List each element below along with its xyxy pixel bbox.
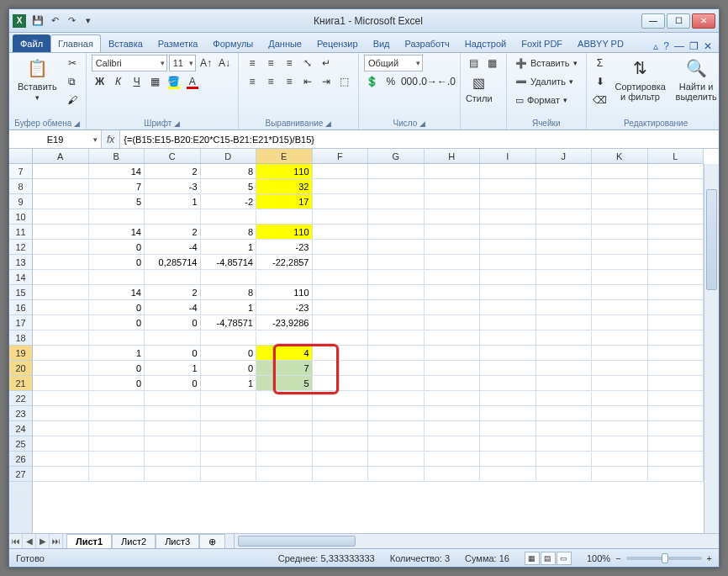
cell-B18[interactable] bbox=[89, 330, 145, 346]
vertical-scroll-thumb[interactable] bbox=[706, 189, 717, 290]
cell-F21[interactable] bbox=[313, 376, 369, 391]
cells-area[interactable]: 14281107-353251-21714281100-41-2300,2857… bbox=[33, 164, 704, 533]
cell-G23[interactable] bbox=[368, 406, 425, 421]
cell-A10[interactable] bbox=[33, 209, 89, 225]
alignment-dialog-launcher[interactable]: ◢ bbox=[325, 119, 331, 128]
cell-F25[interactable] bbox=[313, 436, 369, 452]
cell-G8[interactable] bbox=[368, 179, 425, 194]
cell-F10[interactable] bbox=[313, 209, 369, 225]
cell-K18[interactable] bbox=[592, 330, 648, 346]
sheet-prev-icon[interactable]: ◀ bbox=[23, 534, 36, 548]
row-header-15[interactable]: 15 bbox=[9, 285, 32, 300]
cell-A25[interactable] bbox=[33, 436, 89, 452]
doc-restore-button[interactable]: ❐ bbox=[689, 40, 699, 52]
row-header-20[interactable]: 20 bbox=[9, 361, 32, 376]
cell-K22[interactable] bbox=[592, 391, 648, 406]
cell-B12[interactable]: 0 bbox=[89, 240, 145, 255]
cell-H12[interactable] bbox=[425, 240, 481, 255]
cell-L26[interactable] bbox=[648, 452, 704, 467]
cell-K13[interactable] bbox=[592, 255, 648, 270]
align-middle-icon[interactable]: ≡ bbox=[262, 55, 279, 71]
new-sheet-button[interactable]: ⊕ bbox=[199, 534, 225, 549]
cell-D22[interactable] bbox=[201, 391, 257, 406]
cell-A13[interactable] bbox=[33, 255, 89, 270]
cell-L10[interactable] bbox=[648, 209, 704, 225]
cell-J22[interactable] bbox=[536, 391, 593, 406]
cell-I24[interactable] bbox=[480, 421, 536, 436]
cell-E24[interactable] bbox=[256, 421, 313, 436]
cell-H18[interactable] bbox=[425, 330, 481, 346]
cell-F27[interactable] bbox=[313, 467, 369, 482]
cell-K12[interactable] bbox=[592, 240, 648, 255]
cell-K23[interactable] bbox=[592, 406, 648, 421]
cell-L7[interactable] bbox=[648, 164, 704, 179]
cell-H20[interactable] bbox=[425, 361, 481, 376]
cell-C20[interactable]: 1 bbox=[145, 361, 201, 376]
number-format-combo[interactable]: Общий bbox=[364, 55, 423, 71]
tab-главная[interactable]: Главная bbox=[50, 34, 101, 52]
cell-J17[interactable] bbox=[536, 315, 593, 330]
align-top-icon[interactable]: ≡ bbox=[244, 55, 261, 71]
cell-A11[interactable] bbox=[33, 225, 89, 240]
font-color-button[interactable]: A bbox=[184, 73, 201, 90]
cell-G12[interactable] bbox=[368, 240, 425, 255]
cell-A23[interactable] bbox=[33, 406, 89, 421]
align-bottom-icon[interactable]: ≡ bbox=[281, 55, 298, 71]
tab-рецензир[interactable]: Рецензир bbox=[309, 34, 366, 52]
row-header-16[interactable]: 16 bbox=[9, 300, 32, 315]
cell-J10[interactable] bbox=[536, 209, 593, 225]
view-normal-icon[interactable]: ▦ bbox=[525, 552, 540, 565]
cell-L8[interactable] bbox=[648, 179, 704, 194]
col-header-L[interactable]: L bbox=[648, 149, 704, 163]
row-header-18[interactable]: 18 bbox=[9, 330, 32, 346]
cell-A15[interactable] bbox=[33, 285, 89, 300]
cell-K10[interactable] bbox=[592, 209, 648, 225]
cell-J13[interactable] bbox=[536, 255, 593, 270]
tab-надстрой[interactable]: Надстрой bbox=[457, 34, 514, 52]
cell-G21[interactable] bbox=[368, 376, 425, 391]
cell-B22[interactable] bbox=[89, 391, 145, 406]
select-all-corner[interactable] bbox=[9, 149, 33, 164]
cell-G26[interactable] bbox=[368, 452, 425, 467]
cell-G10[interactable] bbox=[368, 209, 425, 225]
cell-K15[interactable] bbox=[592, 285, 648, 300]
cell-F12[interactable] bbox=[313, 240, 369, 255]
cell-F19[interactable] bbox=[313, 346, 369, 361]
row-header-7[interactable]: 7 bbox=[9, 164, 32, 179]
cell-B15[interactable]: 14 bbox=[89, 285, 145, 300]
cell-L22[interactable] bbox=[648, 391, 704, 406]
row-header-24[interactable]: 24 bbox=[9, 421, 32, 436]
row-header-22[interactable]: 22 bbox=[9, 391, 32, 406]
cell-J19[interactable] bbox=[536, 346, 593, 361]
cell-D15[interactable]: 8 bbox=[201, 285, 257, 300]
cell-H21[interactable] bbox=[425, 376, 481, 391]
undo-icon[interactable]: ↶ bbox=[48, 14, 61, 28]
row-header-12[interactable]: 12 bbox=[9, 240, 32, 255]
cell-B9[interactable]: 5 bbox=[89, 194, 145, 209]
autosum-icon[interactable]: Σ bbox=[592, 55, 609, 71]
cell-B19[interactable]: 1 bbox=[89, 346, 145, 361]
cell-E26[interactable] bbox=[256, 452, 313, 467]
cell-B20[interactable]: 0 bbox=[89, 361, 145, 376]
cell-C26[interactable] bbox=[145, 452, 201, 467]
col-header-F[interactable]: F bbox=[313, 149, 369, 163]
cell-B21[interactable]: 0 bbox=[89, 376, 145, 391]
cell-G20[interactable] bbox=[368, 361, 425, 376]
cell-F11[interactable] bbox=[313, 225, 369, 240]
decrease-decimal-icon[interactable]: ←.0 bbox=[438, 73, 455, 90]
cell-L16[interactable] bbox=[648, 300, 704, 315]
cell-D17[interactable]: -4,78571 bbox=[201, 315, 257, 330]
row-header-13[interactable]: 13 bbox=[9, 255, 32, 270]
cell-E20[interactable]: 7 bbox=[256, 361, 313, 376]
cell-F8[interactable] bbox=[313, 179, 369, 194]
cond-format-icon[interactable]: ▤ bbox=[466, 55, 483, 71]
cell-G16[interactable] bbox=[368, 300, 425, 315]
cell-D13[interactable]: -4,85714 bbox=[201, 255, 257, 270]
minimize-button[interactable]: — bbox=[641, 13, 665, 29]
cell-styles-button[interactable]: ▧ Стили bbox=[466, 73, 493, 103]
doc-close-button[interactable]: ✕ bbox=[704, 40, 712, 52]
cell-F18[interactable] bbox=[313, 330, 369, 346]
underline-button[interactable]: Ч bbox=[129, 73, 145, 90]
cell-C7[interactable]: 2 bbox=[145, 164, 201, 179]
horizontal-scroll-thumb[interactable] bbox=[238, 536, 356, 547]
